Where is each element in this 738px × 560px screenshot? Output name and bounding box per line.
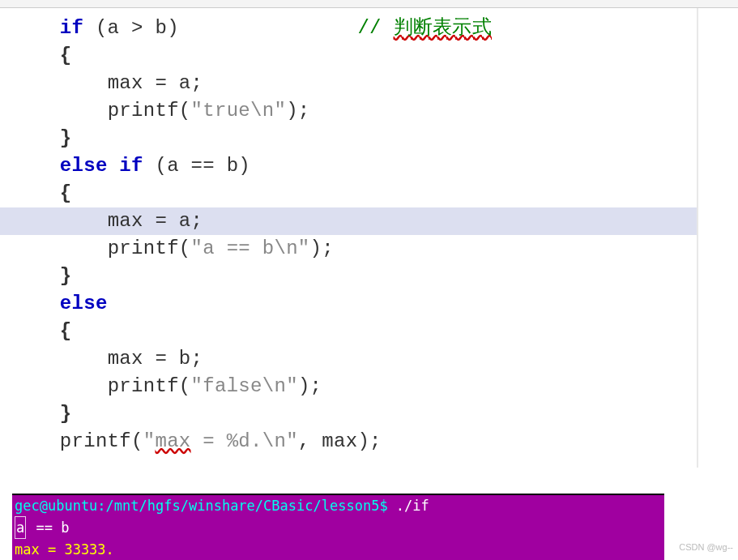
text-token: max = a; <box>108 72 203 94</box>
keyword-token: if <box>60 17 83 39</box>
watermark-text: CSDN @wg-- <box>679 542 733 552</box>
terminal-output-3: max = 33333. <box>15 541 114 558</box>
code-line[interactable]: else if (a == b) <box>0 152 697 180</box>
text-token: ); <box>310 237 334 259</box>
terminal-panel[interactable]: gec@ubuntu:/mnt/hgfs/winshare/CBasic/les… <box>12 494 664 560</box>
terminal-command: ./if <box>396 498 429 514</box>
text-token: max = b; <box>108 348 203 370</box>
code-line[interactable]: printf("false\n"); <box>0 373 697 400</box>
text-token: (a == b) <box>143 155 250 177</box>
code-line[interactable]: printf("a == b\n"); <box>0 235 697 263</box>
text-token: ); <box>298 375 322 397</box>
code-line[interactable]: } <box>0 263 697 290</box>
terminal-path: /mnt/hgfs/winshare/CBasic/lesson5 <box>106 498 380 514</box>
string-token: "false\n" <box>191 375 298 397</box>
text-token <box>108 155 120 177</box>
code-line[interactable]: if (a > b) // 判断表示式 <box>0 15 697 42</box>
terminal-output-2: == b <box>28 519 69 536</box>
terminal-sep: : <box>97 498 105 514</box>
text-token: max = a; <box>108 210 203 232</box>
text-token: , max); <box>298 430 382 452</box>
editor-ruler <box>0 0 738 8</box>
code-line[interactable]: { <box>0 318 697 345</box>
terminal-line-2: a == b <box>12 516 664 539</box>
text-token: printf( <box>108 100 191 122</box>
terminal-user-host: gec@ubuntu <box>15 498 97 514</box>
code-line[interactable]: max = a; <box>0 207 697 235</box>
code-line[interactable]: } <box>0 125 697 152</box>
comment-text-token: 判断表示式 <box>394 17 493 39</box>
text-token: ); <box>286 100 309 122</box>
code-line[interactable]: max = b; <box>0 345 697 373</box>
punct-token: { <box>60 45 72 66</box>
string-token: = %d.\n" <box>191 430 298 452</box>
punct-token: } <box>60 403 72 425</box>
string-token: "true\n" <box>191 100 287 122</box>
spacer <box>179 17 358 39</box>
text-token: printf( <box>108 375 191 397</box>
text-token: (a > b) <box>83 17 179 39</box>
punct-token: { <box>60 320 72 342</box>
code-line[interactable]: { <box>0 42 697 70</box>
punct-token: { <box>60 182 72 204</box>
text-token: printf( <box>108 237 191 259</box>
keyword-token: else <box>60 293 108 314</box>
terminal-cursor: a <box>15 516 26 539</box>
code-line[interactable]: { <box>0 180 697 207</box>
string-token: "a == b\n" <box>191 237 310 259</box>
terminal-prompt-end: $ <box>379 498 395 514</box>
text-token: printf( <box>60 430 143 452</box>
code-line[interactable]: printf("true\n"); <box>0 97 697 125</box>
keyword-token: if <box>119 155 143 177</box>
punct-token: } <box>60 265 72 287</box>
punct-token: } <box>60 127 72 149</box>
code-line[interactable]: } <box>0 400 697 428</box>
terminal-line-3: max = 33333. <box>12 539 664 560</box>
code-line[interactable]: printf("max = %d.\n", max); <box>0 428 697 455</box>
code-line[interactable]: max = a; <box>0 70 697 97</box>
code-line[interactable]: else <box>0 290 697 318</box>
code-editor[interactable]: if (a > b) // 判断表示式 { max = a; printf("t… <box>0 8 698 468</box>
warning-token: max <box>155 430 190 452</box>
comment-token: // <box>357 17 393 39</box>
keyword-token: else <box>60 155 108 177</box>
terminal-line-1: gec@ubuntu:/mnt/hgfs/winshare/CBasic/les… <box>12 495 664 516</box>
string-token: " <box>143 430 156 452</box>
